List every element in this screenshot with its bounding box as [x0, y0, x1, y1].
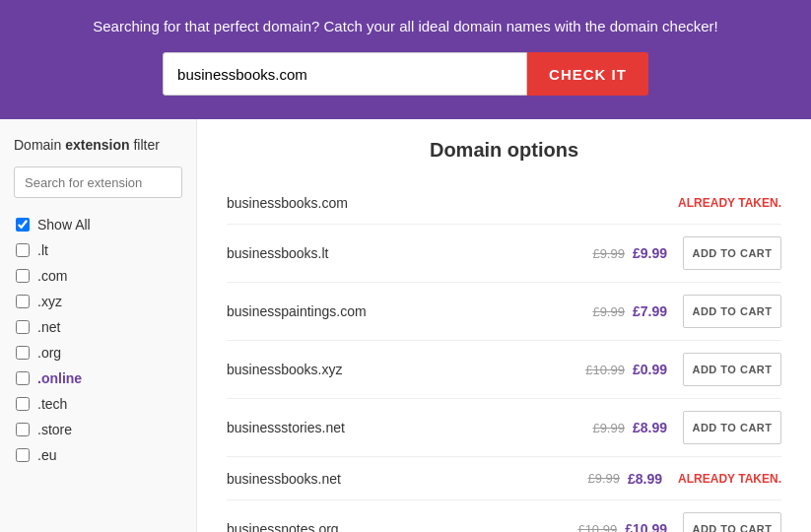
ext-checkbox-com[interactable]	[16, 269, 30, 283]
new-price: £9.99	[633, 245, 667, 261]
domain-name: businessbooks.com	[227, 195, 534, 211]
table-row: businessbooks.com ALREADY TAKEN.	[227, 181, 781, 225]
ext-checkbox-online[interactable]	[16, 371, 30, 385]
already-taken-label: ALREADY TAKEN.	[678, 472, 781, 486]
ext-item-eu[interactable]: .eu	[14, 442, 182, 468]
ext-label-eu: .eu	[37, 447, 56, 463]
domain-name: businessstories.net	[227, 420, 539, 435]
ext-label-org: .org	[37, 345, 61, 361]
domain-name: businessbooks.lt	[227, 245, 539, 261]
ext-checkbox-store[interactable]	[16, 423, 30, 436]
table-row: businessbooks.net £9.99 £8.99 ALREADY TA…	[227, 457, 781, 500]
ext-label-store: .store	[37, 422, 72, 437]
price-area: £9.99 £7.99	[539, 303, 667, 319]
price-area: £9.99 £8.99	[534, 471, 662, 487]
old-price: £9.99	[588, 471, 621, 486]
ext-checkbox-xyz[interactable]	[16, 295, 30, 308]
new-price: £8.99	[633, 420, 667, 435]
main-content: Domain options businessbooks.com ALREADY…	[197, 119, 811, 532]
ext-checkbox-tech[interactable]	[16, 397, 30, 411]
table-row: businessbooks.lt £9.99 £9.99 ADD TO CART	[227, 225, 781, 283]
ext-item-net[interactable]: .net	[14, 314, 182, 340]
ext-item-store[interactable]: .store	[14, 417, 182, 442]
main-layout: Domain extension filter Show All .lt .co…	[0, 119, 811, 532]
ext-label-net: .net	[37, 319, 60, 335]
new-price: £8.99	[628, 471, 662, 487]
domain-name: businessbooks.net	[227, 471, 534, 487]
old-price: £10.99	[585, 363, 625, 377]
ext-checkbox-show-all[interactable]	[16, 218, 30, 232]
table-row: businessstories.net £9.99 £8.99 ADD TO C…	[227, 399, 781, 457]
extension-list: Show All .lt .com .xyz .net .org	[14, 212, 182, 468]
add-to-cart-button[interactable]: ADD TO CART	[683, 236, 781, 270]
domain-name: businessnotes.org	[227, 521, 539, 532]
ext-label-show-all: Show All	[37, 217, 91, 233]
ext-item-tech[interactable]: .tech	[14, 391, 182, 417]
ext-checkbox-lt[interactable]	[16, 243, 30, 257]
ext-label-com: .com	[37, 268, 67, 284]
new-price: £0.99	[633, 362, 667, 377]
domain-name: businesspaintings.com	[227, 303, 539, 319]
check-it-button[interactable]: CHECK IT	[527, 52, 648, 96]
old-price: £9.99	[592, 246, 625, 261]
add-to-cart-button[interactable]: ADD TO CART	[683, 295, 781, 328]
already-taken-label: ALREADY TAKEN.	[678, 196, 781, 210]
table-row: businesspaintings.com £9.99 £7.99 ADD TO…	[227, 283, 781, 341]
price-area: £10.99 £0.99	[539, 362, 667, 377]
ext-checkbox-net[interactable]	[16, 320, 30, 334]
domain-name: businessbooks.xyz	[227, 362, 539, 377]
ext-label-tech: .tech	[37, 396, 67, 412]
old-price: £9.99	[592, 304, 625, 319]
price-area: £10.99 £10.99	[539, 521, 667, 532]
ext-item-show-all[interactable]: Show All	[14, 212, 182, 237]
header-section: Searching for that perfect domain? Catch…	[0, 0, 811, 119]
extension-search-input[interactable]	[14, 166, 182, 198]
new-price: £10.99	[625, 521, 667, 532]
ext-item-xyz[interactable]: .xyz	[14, 289, 182, 314]
ext-item-online[interactable]: .online	[14, 366, 182, 391]
add-to-cart-button[interactable]: ADD TO CART	[683, 512, 781, 532]
domain-search-input[interactable]	[163, 52, 527, 96]
add-to-cart-button[interactable]: ADD TO CART	[683, 411, 781, 444]
price-area: £9.99 £8.99	[539, 420, 667, 435]
table-row: businessbooks.xyz £10.99 £0.99 ADD TO CA…	[227, 341, 781, 399]
add-to-cart-button[interactable]: ADD TO CART	[683, 353, 781, 386]
price-area: £9.99 £9.99	[539, 245, 667, 261]
ext-label-lt: .lt	[37, 242, 48, 258]
ext-checkbox-eu[interactable]	[16, 448, 30, 462]
table-row: businessnotes.org £10.99 £10.99 ADD TO C…	[227, 500, 781, 532]
old-price: £10.99	[577, 522, 617, 533]
sidebar-title: Domain extension filter	[14, 137, 182, 153]
ext-item-lt[interactable]: .lt	[14, 237, 182, 263]
header-tagline: Searching for that perfect domain? Catch…	[20, 18, 791, 34]
new-price: £7.99	[633, 303, 667, 319]
ext-label-online: .online	[37, 370, 82, 386]
ext-checkbox-org[interactable]	[16, 346, 30, 360]
ext-item-com[interactable]: .com	[14, 263, 182, 289]
sidebar: Domain extension filter Show All .lt .co…	[0, 119, 197, 532]
search-bar: CHECK IT	[20, 52, 791, 96]
domain-options-title: Domain options	[227, 139, 781, 162]
ext-item-org[interactable]: .org	[14, 340, 182, 366]
ext-label-xyz: .xyz	[37, 294, 62, 309]
old-price: £9.99	[592, 421, 625, 435]
